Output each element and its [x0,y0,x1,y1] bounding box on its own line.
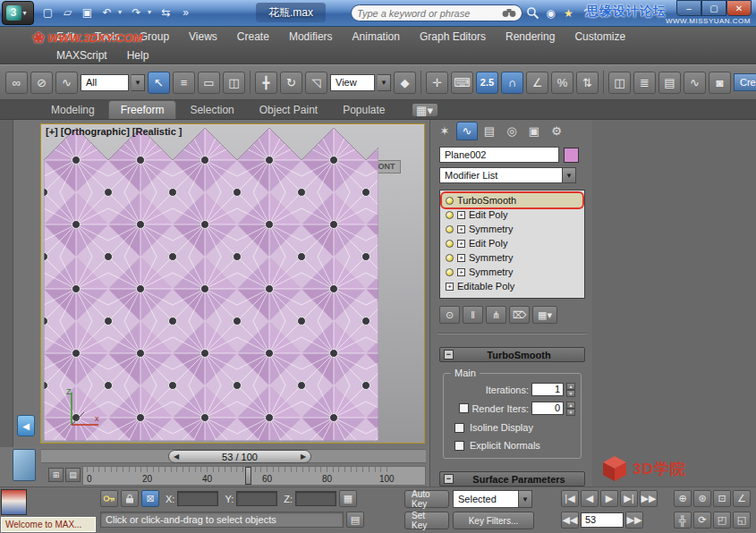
isoline-display-checkbox[interactable] [454,423,464,433]
stack-item-symmetry-1[interactable]: + Symmetry [442,222,582,236]
render-iters-checkbox[interactable] [459,403,469,413]
communicate-grid-icon[interactable]: ▤ [346,512,364,528]
reference-coordinate-dropdown[interactable]: View [330,74,375,91]
menu-maxscript[interactable]: MAXScript [47,47,117,63]
zoom-icon[interactable]: ⊕ [674,490,692,507]
reference-coordinate-arrow-icon[interactable]: ▼ [378,74,391,91]
set-key-button[interactable]: Set Key [404,512,449,529]
ribbon-tab-modeling[interactable]: Modeling [39,101,106,119]
current-frame-marker[interactable] [245,467,251,485]
menu-rendering[interactable]: Rendering [496,29,565,45]
play-animation-icon[interactable]: ▶ [600,490,618,507]
expand-plus-icon[interactable]: + [446,283,454,291]
ribbon-tab-selection[interactable]: Selection [178,101,245,119]
maximize-button[interactable]: ▢ [701,0,726,16]
create-tab-icon[interactable]: ✶ [434,122,455,140]
next-key-icon[interactable]: ▶▶ [625,512,643,529]
welcome-thumbnail[interactable] [1,489,27,515]
stack-item-symmetry-3[interactable]: + Symmetry [442,265,582,279]
x-coordinate-field[interactable] [177,491,218,506]
object-name-field[interactable]: Plane002 [439,147,559,163]
toolbar-overflow-chevron-icon[interactable]: » [177,4,194,21]
previous-key-icon[interactable]: ◀◀ [561,512,579,529]
z-coordinate-field[interactable] [295,491,336,506]
project-workspace-icon[interactable]: ⇆ [157,4,174,21]
expand-plus-icon[interactable]: + [457,240,465,248]
stack-item-edit-poly-1[interactable]: + Edit Poly [442,207,582,222]
favorites-star-icon[interactable]: ★ [562,4,575,21]
snaps-toggle-button[interactable]: 2.5 [476,72,498,94]
absolute-offset-mode-icon[interactable]: ⊠ [141,490,159,507]
configure-modifier-sets-icon[interactable]: ▦▾ [532,306,557,324]
stack-item-symmetry-2[interactable]: + Symmetry [442,250,582,265]
selection-filter-arrow-icon[interactable]: ▼ [132,74,145,91]
create-selection-set-field[interactable]: Create Selection [734,73,756,91]
go-to-end-icon[interactable]: ▶▶ [640,490,658,507]
remove-modifier-icon[interactable]: ⌦ [509,306,530,324]
modify-tab-icon[interactable]: ∿ [456,122,478,140]
menu-views[interactable]: Views [179,29,227,45]
selected-dropdown-arrow-icon[interactable]: ▼ [519,490,532,508]
visibility-bulb-icon[interactable] [446,240,454,248]
render-iters-field[interactable]: 0 [531,402,564,415]
keyboard-shortcut-override-icon[interactable]: ⌨ [451,72,473,94]
mirror-icon[interactable]: ◫ [608,72,631,94]
zoom-all-icon[interactable]: ⊛ [693,490,711,507]
rectangular-selection-region-icon[interactable]: ▭ [198,72,220,94]
angle-snap-toggle-icon[interactable]: ∠ [526,72,548,94]
field-of-view-icon[interactable]: ∠ [733,490,751,507]
select-and-manipulate-icon[interactable]: ✛ [426,72,448,94]
time-slider-track[interactable]: ◀ 53 / 100 ▶ [41,449,426,463]
zoom-region-icon[interactable]: ◰ [713,512,731,529]
ribbon-tab-object-paint[interactable]: Object Paint [248,101,329,119]
percent-snap-toggle-icon[interactable]: % [551,72,573,94]
bind-to-space-warp-icon[interactable]: ∿ [55,72,78,94]
auto-key-button[interactable]: Auto Key [404,490,449,508]
viewport-label[interactable]: [+] [Orthographic] [Realistic ] [46,126,183,137]
track-bar-ruler[interactable]: 0 20 40 60 80 100 [82,466,426,486]
previous-frame-arrow-icon[interactable]: ◀ [169,453,183,461]
iterations-field[interactable]: 1 [531,383,564,396]
collapse-minus-icon[interactable]: − [444,350,454,360]
expand-plus-icon[interactable]: + [457,268,465,276]
stack-item-editable-poly[interactable]: + Editable Poly [442,279,582,293]
ribbon-config-dropdown-icon[interactable]: ▦▾ [412,103,438,117]
close-button[interactable]: ✕ [726,0,752,16]
select-and-scale-icon[interactable]: ◹ [305,72,327,94]
application-menu-button[interactable]: 3 ▾ [2,1,34,25]
search-icon[interactable] [526,6,539,20]
undo-dropdown-icon[interactable]: ▾ [118,8,125,16]
iterations-spinner[interactable]: ▲▼ [566,383,575,396]
expand-plus-icon[interactable]: + [457,254,465,262]
binoculars-icon[interactable] [502,8,516,18]
visibility-bulb-icon[interactable] [446,197,454,205]
expand-plus-icon[interactable]: + [457,211,465,219]
redo-dropdown-icon[interactable]: ▾ [148,8,155,16]
select-by-name-icon[interactable]: ≡ [173,72,195,94]
menu-create[interactable]: Create [227,29,279,45]
selection-filter-dropdown[interactable]: All [81,74,129,91]
material-editor-icon[interactable]: ◙ [709,72,731,94]
select-and-rotate-icon[interactable]: ↻ [280,72,302,94]
object-color-swatch[interactable] [564,148,579,163]
layer-manager-icon[interactable]: ▤ [658,72,681,94]
save-file-icon[interactable]: ▣ [79,4,96,21]
visibility-bulb-icon[interactable] [446,211,454,219]
stack-item-edit-poly-2[interactable]: + Edit Poly [442,236,582,250]
select-and-link-icon[interactable]: ∞ [5,72,28,94]
menu-modifiers[interactable]: Modifiers [279,29,343,45]
display-tab-icon[interactable]: ▣ [523,122,545,140]
grid-settings-icon[interactable]: ▦ [339,490,357,507]
minimize-button[interactable]: – [676,0,701,16]
use-pivot-point-center-icon[interactable]: ◆ [394,72,416,94]
stack-item-turbosmooth[interactable]: TurboSmooth [442,193,582,207]
redo-icon[interactable]: ↷ [128,4,145,21]
previous-frame-icon[interactable]: ◀ [581,490,599,507]
visibility-bulb-icon[interactable] [446,268,454,276]
open-mini-curve-editor-icon[interactable]: ⊞ [48,468,64,482]
visibility-bulb-icon[interactable] [446,225,454,233]
snap-magnet-icon[interactable]: ∩ [501,72,523,94]
pan-view-icon[interactable]: ╬ [674,512,692,529]
time-slider[interactable]: ◀ 53 / 100 ▶ [168,450,311,463]
go-to-start-icon[interactable]: |◀ [561,490,579,507]
